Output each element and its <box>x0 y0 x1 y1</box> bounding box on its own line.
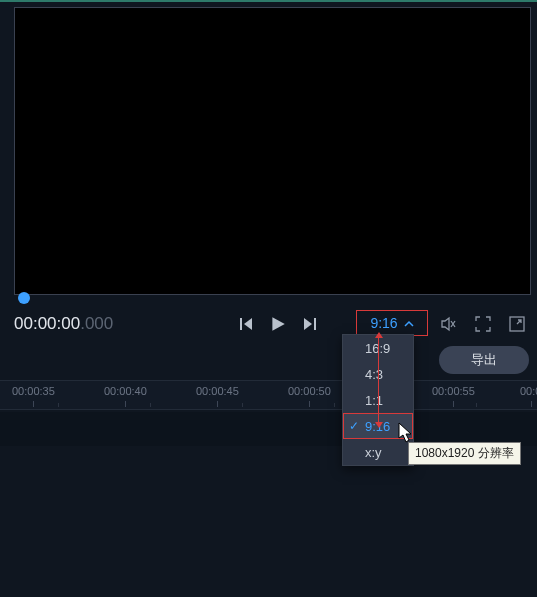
next-frame-icon <box>302 316 318 332</box>
aspect-ratio-value: 9:16 <box>370 315 397 331</box>
aspect-ratio-option-4-3[interactable]: 4:3 <box>343 361 413 387</box>
prev-frame-button[interactable] <box>236 314 256 334</box>
right-controls <box>439 308 527 340</box>
timecode-main: 00:00:00 <box>14 314 80 334</box>
export-label: 导出 <box>471 351 497 369</box>
timecode-display: 00:00:00 .000 <box>14 314 113 334</box>
aspect-ratio-option-16-9[interactable]: 16:9 <box>343 335 413 361</box>
next-frame-button[interactable] <box>300 314 320 334</box>
timeline-tick: 00:0 <box>520 385 537 397</box>
mute-button[interactable] <box>439 314 459 334</box>
fullscreen-icon <box>475 316 491 332</box>
detach-button[interactable] <box>507 314 527 334</box>
svg-rect-1 <box>314 318 316 330</box>
scrub-handle[interactable] <box>18 292 30 304</box>
timeline-tick: 00:00:40 <box>104 385 147 397</box>
timeline-tick: 00:00:50 <box>288 385 331 397</box>
timeline-ruler[interactable]: 00:00:35 00:00:40 00:00:45 00:00:50 00:0… <box>0 380 537 410</box>
prev-frame-icon <box>238 316 254 332</box>
chevron-up-icon <box>404 315 414 331</box>
detach-window-icon <box>509 316 525 332</box>
timeline-tick: 00:00:45 <box>196 385 239 397</box>
timeline-tick: 00:00:35 <box>12 385 55 397</box>
aspect-ratio-button[interactable]: 9:16 <box>356 310 428 336</box>
timeline-tick: 00:00:55 <box>432 385 475 397</box>
resolution-tooltip: 1080x1920 分辨率 <box>408 442 521 465</box>
play-button[interactable] <box>268 314 288 334</box>
aspect-ratio-option-1-1[interactable]: 1:1 <box>343 387 413 413</box>
timecode-ms: .000 <box>80 314 113 334</box>
video-preview[interactable] <box>14 7 531 295</box>
transport-controls <box>236 308 320 340</box>
timeline-track[interactable] <box>0 412 537 446</box>
export-button[interactable]: 导出 <box>439 346 529 374</box>
play-icon <box>269 315 287 333</box>
player-controls: 00:00:00 .000 9:16 <box>14 308 531 340</box>
fullscreen-button[interactable] <box>473 314 493 334</box>
mute-icon <box>440 315 458 333</box>
aspect-ratio-option-custom[interactable]: x:y <box>343 439 413 465</box>
aspect-ratio-option-9-16[interactable]: 9:16 <box>343 413 413 439</box>
svg-rect-0 <box>240 318 242 330</box>
aspect-ratio-dropdown: 16:9 4:3 1:1 9:16 x:y <box>342 334 414 466</box>
